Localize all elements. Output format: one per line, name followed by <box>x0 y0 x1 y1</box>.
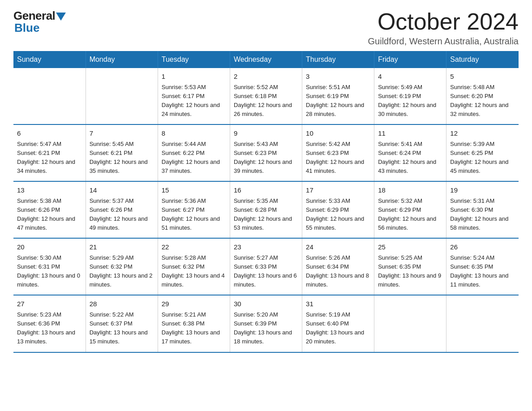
day-info: Sunrise: 5:42 AM Sunset: 6:23 PM Dayligh… <box>306 140 370 176</box>
calendar-day: 24Sunrise: 5:26 AM Sunset: 6:34 PM Dayli… <box>302 238 374 295</box>
day-number: 8 <box>162 128 226 139</box>
day-info: Sunrise: 5:44 AM Sunset: 6:22 PM Dayligh… <box>162 140 226 176</box>
calendar-day <box>374 295 446 352</box>
calendar-day: 31Sunrise: 5:19 AM Sunset: 6:40 PM Dayli… <box>302 295 374 352</box>
day-header-saturday: Saturday <box>446 51 519 68</box>
day-number: 28 <box>90 299 154 309</box>
day-number: 22 <box>162 242 226 253</box>
day-number: 27 <box>17 299 82 309</box>
day-number: 12 <box>450 128 515 139</box>
calendar-day: 20Sunrise: 5:30 AM Sunset: 6:31 PM Dayli… <box>13 238 86 295</box>
day-info: Sunrise: 5:48 AM Sunset: 6:20 PM Dayligh… <box>450 83 515 119</box>
day-header-tuesday: Tuesday <box>158 51 230 68</box>
day-info: Sunrise: 5:23 AM Sunset: 6:36 PM Dayligh… <box>17 310 82 347</box>
calendar-day: 15Sunrise: 5:36 AM Sunset: 6:27 PM Dayli… <box>158 181 230 238</box>
day-header-friday: Friday <box>374 51 446 68</box>
day-number: 3 <box>306 72 370 82</box>
day-info: Sunrise: 5:49 AM Sunset: 6:19 PM Dayligh… <box>378 83 442 119</box>
calendar-day: 1Sunrise: 5:53 AM Sunset: 6:17 PM Daylig… <box>158 68 230 124</box>
days-of-week-row: SundayMondayTuesdayWednesdayThursdayFrid… <box>13 51 519 68</box>
calendar-day: 5Sunrise: 5:48 AM Sunset: 6:20 PM Daylig… <box>446 68 519 124</box>
day-info: Sunrise: 5:36 AM Sunset: 6:27 PM Dayligh… <box>162 197 226 233</box>
calendar-day: 29Sunrise: 5:21 AM Sunset: 6:38 PM Dayli… <box>158 295 230 352</box>
day-info: Sunrise: 5:19 AM Sunset: 6:40 PM Dayligh… <box>306 310 370 347</box>
day-info: Sunrise: 5:51 AM Sunset: 6:19 PM Dayligh… <box>306 83 370 119</box>
day-number: 19 <box>450 185 515 196</box>
calendar-day: 3Sunrise: 5:51 AM Sunset: 6:19 PM Daylig… <box>302 68 374 124</box>
day-number: 7 <box>90 128 154 139</box>
day-info: Sunrise: 5:41 AM Sunset: 6:24 PM Dayligh… <box>378 140 442 176</box>
day-number: 29 <box>162 299 226 309</box>
logo: General Blue <box>13 9 66 35</box>
day-info: Sunrise: 5:43 AM Sunset: 6:23 PM Dayligh… <box>234 140 298 176</box>
day-info: Sunrise: 5:47 AM Sunset: 6:21 PM Dayligh… <box>17 140 82 176</box>
day-number: 24 <box>306 242 370 253</box>
title-section: October 2024 Guildford, Western Australi… <box>368 9 519 47</box>
day-number: 31 <box>306 299 370 309</box>
logo-blue-text: Blue <box>14 21 39 35</box>
day-number: 10 <box>306 128 370 139</box>
calendar-day <box>446 295 519 352</box>
day-number: 26 <box>450 242 515 253</box>
calendar-day: 27Sunrise: 5:23 AM Sunset: 6:36 PM Dayli… <box>13 295 86 352</box>
day-number: 11 <box>378 128 442 139</box>
day-number: 16 <box>234 185 298 196</box>
day-number: 1 <box>162 72 226 82</box>
day-number: 21 <box>90 242 154 253</box>
calendar-day: 7Sunrise: 5:45 AM Sunset: 6:21 PM Daylig… <box>86 124 158 181</box>
calendar-day: 25Sunrise: 5:25 AM Sunset: 6:35 PM Dayli… <box>374 238 446 295</box>
day-header-monday: Monday <box>86 51 158 68</box>
day-info: Sunrise: 5:21 AM Sunset: 6:38 PM Dayligh… <box>162 310 226 347</box>
day-info: Sunrise: 5:20 AM Sunset: 6:39 PM Dayligh… <box>234 310 298 347</box>
day-number: 5 <box>450 72 515 82</box>
calendar-day: 14Sunrise: 5:37 AM Sunset: 6:26 PM Dayli… <box>86 181 158 238</box>
day-number: 4 <box>378 72 442 82</box>
day-header-thursday: Thursday <box>302 51 374 68</box>
day-number: 20 <box>17 242 82 253</box>
calendar-day: 4Sunrise: 5:49 AM Sunset: 6:19 PM Daylig… <box>374 68 446 124</box>
calendar-day: 9Sunrise: 5:43 AM Sunset: 6:23 PM Daylig… <box>230 124 302 181</box>
calendar-week-3: 13Sunrise: 5:38 AM Sunset: 6:26 PM Dayli… <box>13 181 519 238</box>
calendar-day: 16Sunrise: 5:35 AM Sunset: 6:28 PM Dayli… <box>230 181 302 238</box>
day-info: Sunrise: 5:27 AM Sunset: 6:33 PM Dayligh… <box>234 253 298 290</box>
day-number: 18 <box>378 185 442 196</box>
calendar-week-5: 27Sunrise: 5:23 AM Sunset: 6:36 PM Dayli… <box>13 295 519 352</box>
day-header-wednesday: Wednesday <box>230 51 302 68</box>
calendar-day: 11Sunrise: 5:41 AM Sunset: 6:24 PM Dayli… <box>374 124 446 181</box>
day-info: Sunrise: 5:35 AM Sunset: 6:28 PM Dayligh… <box>234 197 298 233</box>
day-info: Sunrise: 5:26 AM Sunset: 6:34 PM Dayligh… <box>306 253 370 290</box>
day-info: Sunrise: 5:33 AM Sunset: 6:29 PM Dayligh… <box>306 197 370 233</box>
day-number: 14 <box>90 185 154 196</box>
day-header-sunday: Sunday <box>13 51 86 68</box>
calendar-day: 13Sunrise: 5:38 AM Sunset: 6:26 PM Dayli… <box>13 181 86 238</box>
day-number: 2 <box>234 72 298 82</box>
calendar-day: 2Sunrise: 5:52 AM Sunset: 6:18 PM Daylig… <box>230 68 302 124</box>
logo-triangle-icon <box>56 13 66 21</box>
day-number: 13 <box>17 185 82 196</box>
day-number: 9 <box>234 128 298 139</box>
day-info: Sunrise: 5:39 AM Sunset: 6:25 PM Dayligh… <box>450 140 515 176</box>
day-info: Sunrise: 5:52 AM Sunset: 6:18 PM Dayligh… <box>234 83 298 119</box>
calendar-day <box>86 68 158 124</box>
calendar-week-4: 20Sunrise: 5:30 AM Sunset: 6:31 PM Dayli… <box>13 238 519 295</box>
calendar-header: SundayMondayTuesdayWednesdayThursdayFrid… <box>13 51 519 68</box>
calendar-day: 28Sunrise: 5:22 AM Sunset: 6:37 PM Dayli… <box>86 295 158 352</box>
day-info: Sunrise: 5:53 AM Sunset: 6:17 PM Dayligh… <box>162 83 226 119</box>
calendar-day: 18Sunrise: 5:32 AM Sunset: 6:29 PM Dayli… <box>374 181 446 238</box>
calendar-day: 19Sunrise: 5:31 AM Sunset: 6:30 PM Dayli… <box>446 181 519 238</box>
calendar-body: 1Sunrise: 5:53 AM Sunset: 6:17 PM Daylig… <box>13 68 519 352</box>
location-text: Guildford, Western Australia, Australia <box>368 36 519 47</box>
calendar-day: 26Sunrise: 5:24 AM Sunset: 6:35 PM Dayli… <box>446 238 519 295</box>
month-title: October 2024 <box>368 9 519 34</box>
calendar-day: 6Sunrise: 5:47 AM Sunset: 6:21 PM Daylig… <box>13 124 86 181</box>
day-number: 25 <box>378 242 442 253</box>
day-number: 6 <box>17 128 82 139</box>
calendar-day: 17Sunrise: 5:33 AM Sunset: 6:29 PM Dayli… <box>302 181 374 238</box>
day-info: Sunrise: 5:25 AM Sunset: 6:35 PM Dayligh… <box>378 253 442 290</box>
calendar-week-1: 1Sunrise: 5:53 AM Sunset: 6:17 PM Daylig… <box>13 68 519 124</box>
calendar-week-2: 6Sunrise: 5:47 AM Sunset: 6:21 PM Daylig… <box>13 124 519 181</box>
calendar-day: 22Sunrise: 5:28 AM Sunset: 6:32 PM Dayli… <box>158 238 230 295</box>
day-info: Sunrise: 5:30 AM Sunset: 6:31 PM Dayligh… <box>17 253 82 290</box>
calendar-day: 30Sunrise: 5:20 AM Sunset: 6:39 PM Dayli… <box>230 295 302 352</box>
day-number: 17 <box>306 185 370 196</box>
